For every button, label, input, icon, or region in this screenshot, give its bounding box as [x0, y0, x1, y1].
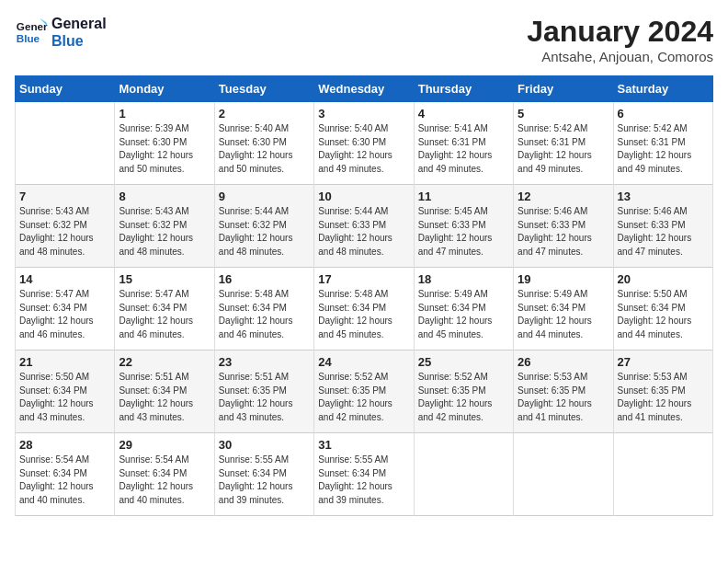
day-number: 12 — [518, 190, 609, 203]
day-info: Sunrise: 5:50 AM Sunset: 6:34 PM Dayligh… — [19, 371, 110, 424]
week-row-2: 7Sunrise: 5:43 AM Sunset: 6:32 PM Daylig… — [16, 185, 713, 268]
calendar-cell: 20Sunrise: 5:50 AM Sunset: 6:34 PM Dayli… — [613, 268, 712, 350]
day-number: 18 — [418, 272, 509, 286]
logo-icon: General Blue — [15, 16, 48, 49]
calendar-cell: 4Sunrise: 5:41 AM Sunset: 6:31 PM Daylig… — [414, 102, 513, 185]
day-number: 20 — [618, 272, 709, 286]
day-number: 16 — [219, 272, 310, 286]
calendar-cell — [514, 433, 613, 516]
day-number: 8 — [119, 190, 210, 203]
calendar-cell: 1Sunrise: 5:39 AM Sunset: 6:30 PM Daylig… — [115, 102, 214, 185]
day-info: Sunrise: 5:43 AM Sunset: 6:32 PM Dayligh… — [19, 205, 110, 259]
week-row-4: 21Sunrise: 5:50 AM Sunset: 6:34 PM Dayli… — [16, 350, 713, 433]
calendar-cell: 18Sunrise: 5:49 AM Sunset: 6:34 PM Dayli… — [414, 268, 513, 350]
calendar-cell: 16Sunrise: 5:48 AM Sunset: 6:34 PM Dayli… — [214, 268, 313, 350]
day-number: 10 — [318, 190, 409, 203]
day-number: 25 — [418, 355, 509, 369]
day-number: 28 — [19, 438, 110, 452]
day-info: Sunrise: 5:50 AM Sunset: 6:34 PM Dayligh… — [618, 288, 709, 341]
day-number: 1 — [119, 107, 210, 121]
day-number: 21 — [19, 355, 110, 369]
day-info: Sunrise: 5:43 AM Sunset: 6:32 PM Dayligh… — [119, 205, 210, 259]
calendar-cell: 13Sunrise: 5:46 AM Sunset: 6:33 PM Dayli… — [613, 185, 712, 268]
day-info: Sunrise: 5:52 AM Sunset: 6:35 PM Dayligh… — [418, 371, 509, 424]
day-info: Sunrise: 5:49 AM Sunset: 6:34 PM Dayligh… — [518, 288, 609, 341]
day-info: Sunrise: 5:44 AM Sunset: 6:32 PM Dayligh… — [219, 205, 310, 259]
day-info: Sunrise: 5:51 AM Sunset: 6:34 PM Dayligh… — [119, 371, 210, 424]
header-wednesday: Wednesday — [314, 76, 414, 102]
day-info: Sunrise: 5:42 AM Sunset: 6:31 PM Dayligh… — [618, 122, 709, 176]
calendar-cell: 21Sunrise: 5:50 AM Sunset: 6:34 PM Dayli… — [16, 350, 115, 433]
calendar-cell: 23Sunrise: 5:51 AM Sunset: 6:35 PM Dayli… — [214, 350, 313, 433]
day-info: Sunrise: 5:49 AM Sunset: 6:34 PM Dayligh… — [418, 288, 509, 341]
calendar-cell: 14Sunrise: 5:47 AM Sunset: 6:34 PM Dayli… — [16, 268, 115, 350]
calendar-subtitle: Antsahe, Anjouan, Comoros — [527, 49, 713, 64]
header-friday: Friday — [514, 76, 613, 102]
svg-text:General: General — [17, 20, 48, 32]
calendar-cell: 26Sunrise: 5:53 AM Sunset: 6:35 PM Dayli… — [514, 350, 613, 433]
week-row-1: 1Sunrise: 5:39 AM Sunset: 6:30 PM Daylig… — [16, 102, 713, 185]
header-sunday: Sunday — [16, 76, 115, 102]
calendar-cell: 2Sunrise: 5:40 AM Sunset: 6:30 PM Daylig… — [214, 102, 313, 185]
day-number: 22 — [119, 355, 210, 369]
day-info: Sunrise: 5:46 AM Sunset: 6:33 PM Dayligh… — [518, 205, 609, 259]
calendar-cell: 31Sunrise: 5:55 AM Sunset: 6:34 PM Dayli… — [314, 433, 414, 516]
calendar-cell: 7Sunrise: 5:43 AM Sunset: 6:32 PM Daylig… — [16, 185, 115, 268]
day-number: 13 — [618, 190, 709, 203]
page-header: General Blue General Blue January 2024 A… — [15, 15, 713, 64]
calendar-cell: 6Sunrise: 5:42 AM Sunset: 6:31 PM Daylig… — [613, 102, 712, 185]
day-number: 27 — [618, 355, 709, 369]
day-info: Sunrise: 5:48 AM Sunset: 6:34 PM Dayligh… — [318, 288, 409, 341]
day-number: 4 — [418, 107, 509, 121]
logo: General Blue General Blue — [15, 15, 107, 50]
day-number: 11 — [418, 190, 509, 203]
day-number: 14 — [19, 272, 110, 286]
day-info: Sunrise: 5:47 AM Sunset: 6:34 PM Dayligh… — [19, 288, 110, 341]
day-info: Sunrise: 5:55 AM Sunset: 6:34 PM Dayligh… — [219, 454, 310, 507]
calendar-body: 1Sunrise: 5:39 AM Sunset: 6:30 PM Daylig… — [16, 102, 713, 516]
calendar-cell: 12Sunrise: 5:46 AM Sunset: 6:33 PM Dayli… — [514, 185, 613, 268]
day-info: Sunrise: 5:55 AM Sunset: 6:34 PM Dayligh… — [318, 454, 409, 507]
day-info: Sunrise: 5:45 AM Sunset: 6:33 PM Dayligh… — [418, 205, 509, 259]
calendar-cell — [613, 433, 712, 516]
week-row-3: 14Sunrise: 5:47 AM Sunset: 6:34 PM Dayli… — [16, 268, 713, 350]
day-number: 17 — [318, 272, 409, 286]
calendar-cell: 5Sunrise: 5:42 AM Sunset: 6:31 PM Daylig… — [514, 102, 613, 185]
day-number: 6 — [618, 107, 709, 121]
day-info: Sunrise: 5:47 AM Sunset: 6:34 PM Dayligh… — [119, 288, 210, 341]
day-info: Sunrise: 5:54 AM Sunset: 6:34 PM Dayligh… — [119, 454, 210, 507]
logo-line2: Blue — [51, 32, 107, 50]
day-info: Sunrise: 5:40 AM Sunset: 6:30 PM Dayligh… — [219, 122, 310, 176]
calendar-title: January 2024 — [527, 15, 713, 49]
calendar-cell: 19Sunrise: 5:49 AM Sunset: 6:34 PM Dayli… — [514, 268, 613, 350]
day-number: 23 — [219, 355, 310, 369]
day-number: 29 — [119, 438, 210, 452]
day-info: Sunrise: 5:51 AM Sunset: 6:35 PM Dayligh… — [219, 371, 310, 424]
week-row-5: 28Sunrise: 5:54 AM Sunset: 6:34 PM Dayli… — [16, 433, 713, 516]
calendar-cell: 30Sunrise: 5:55 AM Sunset: 6:34 PM Dayli… — [214, 433, 313, 516]
day-info: Sunrise: 5:46 AM Sunset: 6:33 PM Dayligh… — [618, 205, 709, 259]
calendar-cell: 8Sunrise: 5:43 AM Sunset: 6:32 PM Daylig… — [115, 185, 214, 268]
day-info: Sunrise: 5:54 AM Sunset: 6:34 PM Dayligh… — [19, 454, 110, 507]
calendar-header-row: SundayMondayTuesdayWednesdayThursdayFrid… — [16, 76, 713, 102]
day-number: 30 — [219, 438, 310, 452]
day-info: Sunrise: 5:53 AM Sunset: 6:35 PM Dayligh… — [518, 371, 609, 424]
day-number: 26 — [518, 355, 609, 369]
title-block: January 2024 Antsahe, Anjouan, Comoros — [527, 15, 713, 64]
calendar-cell: 27Sunrise: 5:53 AM Sunset: 6:35 PM Dayli… — [613, 350, 712, 433]
day-number: 5 — [518, 107, 609, 121]
header-monday: Monday — [115, 76, 214, 102]
calendar-cell — [414, 433, 513, 516]
day-number: 3 — [318, 107, 409, 121]
day-number: 7 — [19, 190, 110, 203]
day-info: Sunrise: 5:41 AM Sunset: 6:31 PM Dayligh… — [418, 122, 509, 176]
header-saturday: Saturday — [613, 76, 712, 102]
header-thursday: Thursday — [414, 76, 513, 102]
day-number: 24 — [318, 355, 409, 369]
calendar-cell: 28Sunrise: 5:54 AM Sunset: 6:34 PM Dayli… — [16, 433, 115, 516]
day-number: 31 — [318, 438, 409, 452]
calendar-cell: 3Sunrise: 5:40 AM Sunset: 6:30 PM Daylig… — [314, 102, 414, 185]
day-info: Sunrise: 5:42 AM Sunset: 6:31 PM Dayligh… — [518, 122, 609, 176]
calendar-cell: 29Sunrise: 5:54 AM Sunset: 6:34 PM Dayli… — [115, 433, 214, 516]
calendar-cell: 17Sunrise: 5:48 AM Sunset: 6:34 PM Dayli… — [314, 268, 414, 350]
